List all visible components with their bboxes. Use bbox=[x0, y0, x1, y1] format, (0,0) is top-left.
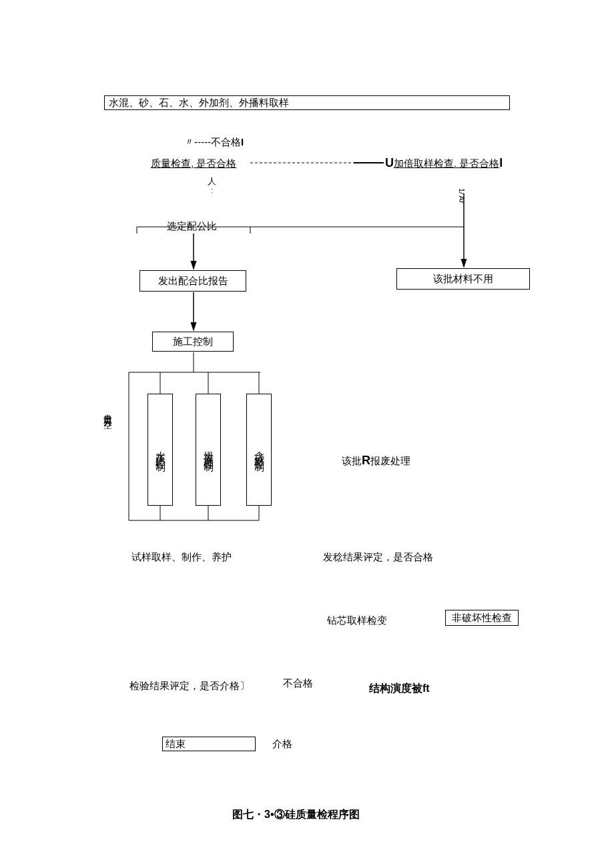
node-eval-result: 发稔结果评定，是否合格 bbox=[323, 551, 433, 564]
label-dash-unqualified: 〃-----不合格I bbox=[184, 136, 244, 149]
node-eval-final: 检验结果评定，是否介格〕 bbox=[129, 680, 250, 693]
figure-title: 图七・3•③硅质量检程序图 bbox=[232, 808, 360, 822]
dots: : bbox=[211, 187, 213, 194]
node-qc-check: 质量检查, 是否合格 bbox=[151, 157, 236, 170]
node-construction-control: 施工控制 bbox=[152, 332, 234, 352]
node-scrap: 该批R报废处理 bbox=[342, 454, 410, 468]
node-reject-material: 该批材料不用 bbox=[396, 268, 530, 290]
node-sampling: 水混、砂、石、水、外加剂、外播料取样 bbox=[104, 95, 510, 110]
label-small-tr: 1/ Ar bbox=[458, 188, 466, 203]
glyph-person: 人 bbox=[208, 175, 216, 187]
node-struct-strength: 结构演度被ft bbox=[369, 682, 430, 696]
node-double-sample: U加倍取样检查. 是否合格I bbox=[385, 156, 503, 170]
node-nondestructive: 非破坏性检查 bbox=[445, 610, 519, 626]
node-sample-make: 试样取样、制作、养护 bbox=[131, 551, 232, 564]
label-qualified: 介格 bbox=[272, 738, 292, 751]
node-water-cement-ratio: 水灰比控制 bbox=[147, 394, 173, 506]
node-end: 结束 bbox=[162, 737, 256, 751]
node-sand-rate-control: 含砂率控制 bbox=[246, 394, 272, 506]
node-core-sample: 钻芯取样检变 bbox=[327, 614, 387, 627]
node-sampling-text: 水混、砂、石、水、外加剂、外播料取样 bbox=[109, 97, 289, 109]
node-issue-report: 发出配合比报告 bbox=[139, 270, 246, 292]
node-slump-control: 坍落度控制 bbox=[196, 394, 221, 506]
label-unqualified: 不合格 bbox=[283, 677, 313, 690]
flow-connectors bbox=[0, 0, 614, 868]
side-vertical-label: 十是口天月空 bbox=[101, 407, 113, 415]
node-select-ratio: 选定配公比 bbox=[167, 220, 217, 233]
